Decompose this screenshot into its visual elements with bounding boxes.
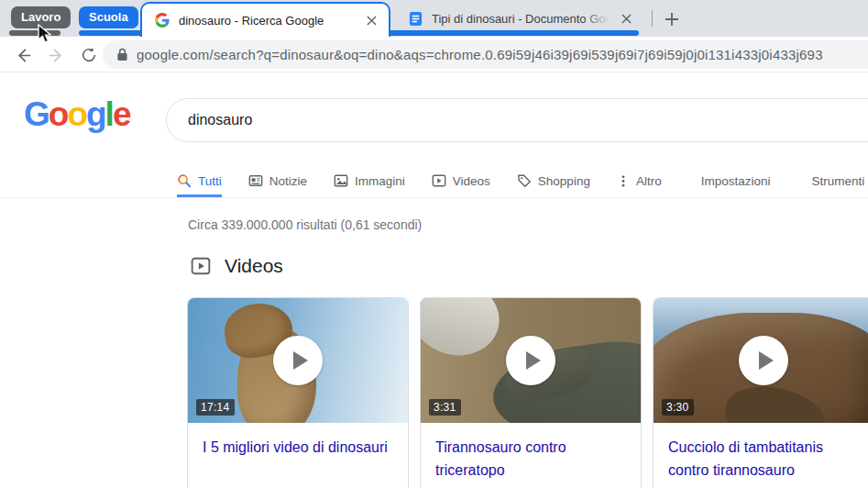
- logo-letter: o: [49, 95, 68, 133]
- video-title-link[interactable]: I 5 migliori video di dinosauri: [203, 436, 393, 459]
- tab-strip: Lavoro Scuola dinosauro - Ricerca Google…: [0, 0, 868, 37]
- nav-tab-label: Tutti: [198, 174, 222, 188]
- play-icon: [739, 336, 788, 385]
- search-icon: [177, 173, 192, 188]
- news-icon: [248, 173, 263, 188]
- new-tab-button[interactable]: [661, 8, 683, 30]
- nav-tab-label: Videos: [453, 174, 490, 188]
- reload-button[interactable]: [77, 43, 101, 67]
- mouse-cursor: [38, 24, 52, 48]
- tab-group-chip-scuola[interactable]: Scuola: [79, 6, 138, 28]
- back-button[interactable]: [11, 43, 35, 67]
- nav-tab-tutti[interactable]: Tutti: [177, 162, 222, 197]
- nav-tab-impostazioni[interactable]: Impostazioni: [701, 162, 771, 197]
- logo-letter: G: [24, 95, 49, 133]
- close-icon[interactable]: [618, 10, 634, 27]
- logo-letter: g: [86, 95, 105, 133]
- tab-strip-divider: [652, 10, 653, 27]
- video-duration-badge: 3:30: [662, 399, 694, 416]
- nav-tab-videos[interactable]: Videos: [432, 162, 490, 197]
- more-vert-icon: [617, 174, 630, 188]
- address-bar[interactable]: google.com/search?q=dinosaur&oq=dino&aqs…: [103, 40, 868, 69]
- search-input[interactable]: dinosauro: [166, 98, 868, 142]
- google-g-icon: [155, 13, 170, 28]
- video-title-link[interactable]: Tirannosauro contro triceratopo: [435, 436, 626, 482]
- nav-tab-label: Altro: [636, 174, 662, 188]
- video-section-icon: [191, 256, 211, 276]
- video-card-info: Cucciolo di tambatitanis contro tirannos…: [654, 423, 868, 482]
- nav-tab-label: Shopping: [538, 174, 590, 188]
- image-icon: [334, 173, 348, 188]
- video-icon: [432, 173, 446, 188]
- result-stats: Circa 339.000.000 risultati (0,61 second…: [188, 217, 422, 232]
- nav-tab-label: Notizie: [269, 174, 307, 188]
- video-thumbnail[interactable]: 3:31: [421, 298, 641, 423]
- result-nav: Tutti Notizie Immagini Vid: [0, 162, 868, 198]
- logo-letter: l: [105, 95, 113, 133]
- videos-section-title: Videos: [225, 255, 283, 277]
- browser-window: { "colors": { "accent_blue": "#1a73e8", …: [0, 0, 868, 488]
- logo-letter: o: [67, 95, 86, 133]
- search-query-text: dinosauro: [188, 112, 252, 128]
- tab-group-underline-lavoro: [9, 30, 60, 36]
- browser-toolbar: google.com/search?q=dinosaur&oq=dino&aqs…: [0, 37, 868, 72]
- video-duration-badge: 17:14: [196, 399, 235, 416]
- video-card: 3:30 Cucciolo di tambatitanis contro tir…: [653, 297, 868, 488]
- nav-tab-strumenti[interactable]: Strumenti: [811, 162, 864, 197]
- plus-icon: [664, 11, 680, 28]
- video-card: 3:31 Tirannosauro contro triceratopo: [420, 297, 642, 488]
- nav-tab-label: Immagini: [355, 174, 405, 188]
- lock-icon[interactable]: [116, 48, 128, 61]
- nav-tab-shopping[interactable]: Shopping: [517, 162, 590, 197]
- video-card: 17:14 I 5 migliori video di dinosauri: [187, 297, 409, 488]
- play-icon: [273, 336, 323, 385]
- tab-title-fade: [583, 9, 614, 29]
- video-duration-badge: 3:31: [429, 399, 461, 416]
- video-thumbnail[interactable]: 17:14: [188, 298, 408, 423]
- close-icon[interactable]: [363, 12, 379, 28]
- video-card-info: I 5 migliori video di dinosauri: [188, 423, 408, 459]
- videos-section-header: Videos: [191, 255, 283, 277]
- video-card-info: Tirannosauro contro triceratopo: [421, 423, 641, 482]
- nav-tab-label: Strumenti: [811, 174, 864, 188]
- play-icon: [506, 336, 555, 385]
- thumbnail-art: [421, 298, 507, 364]
- video-thumbnail[interactable]: 3:30: [654, 298, 868, 423]
- nav-tab-label: Impostazioni: [701, 174, 771, 188]
- nav-tab-altro[interactable]: Altro: [617, 162, 662, 197]
- google-docs-icon: [409, 12, 423, 26]
- tab-docs-dinosauri[interactable]: Tipi di dinosauri - Documento Goo: [396, 4, 640, 33]
- video-title-link[interactable]: Cucciolo di tambatitanis contro tirannos…: [668, 436, 859, 482]
- tag-icon: [517, 173, 532, 188]
- nav-tab-notizie[interactable]: Notizie: [248, 162, 307, 197]
- url-text: google.com/search?q=dinosaur&oq=dino&aqs…: [137, 47, 823, 62]
- nav-tab-immagini[interactable]: Immagini: [334, 162, 405, 197]
- video-cards-row: 17:14 I 5 migliori video di dinosauri 3:…: [187, 297, 868, 488]
- tab-active-dinosauro[interactable]: dinosauro - Ricerca Google: [140, 2, 390, 37]
- google-logo: Google: [24, 95, 129, 134]
- logo-letter: e: [113, 95, 130, 133]
- tab-title: dinosauro - Ricerca Google: [179, 14, 363, 28]
